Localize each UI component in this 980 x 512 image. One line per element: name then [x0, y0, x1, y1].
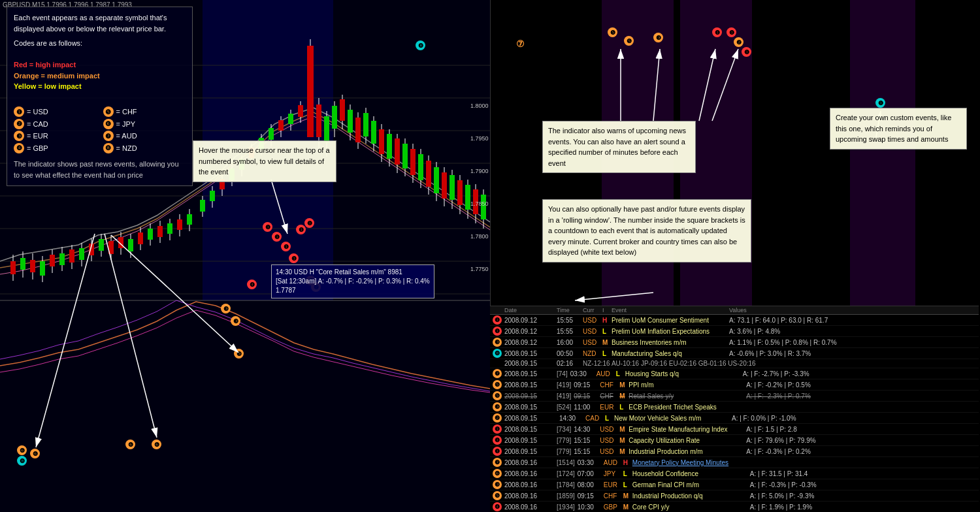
- currency-usd: ❶ = USD: [14, 106, 97, 118]
- chart-sym-1-1090: ❶: [712, 27, 722, 37]
- chart-sym-1-1135: ❶: [742, 47, 751, 57]
- event-row-12[interactable]: ❶ 2008.09.15 [779] 15:15 USD M Capacity …: [490, 435, 979, 446]
- chart-sym-1-466: ❶: [304, 218, 314, 228]
- event-row-4[interactable]: ❽ 2008.09.15 00:50 NZD L Manufacturing S…: [490, 348, 979, 359]
- chart-sym-4-378: ❹: [247, 280, 257, 289]
- svg-rect-43: [167, 223, 172, 234]
- svg-rect-97: [410, 149, 416, 175]
- svg-rect-103: [434, 167, 439, 193]
- event-row-5: 2008.09.15 02:16 NZ-12:16 AU-10:16 JP-09…: [490, 359, 979, 368]
- svg-rect-89: [379, 129, 384, 154]
- chart-sym-8-636: ❽: [416, 40, 425, 50]
- event-row-7[interactable]: ❺ 2008.09.15 [419] 09:15 CHF M PPI m/m A…: [490, 379, 979, 391]
- svg-rect-81: [348, 110, 353, 133]
- svg-rect-33: [118, 237, 123, 248]
- legend-orange: Orange = medium impact: [14, 71, 186, 82]
- svg-rect-87: [371, 121, 376, 144]
- event-row-3[interactable]: ❸ 2008.09.12 16:00 USD M Business Invent…: [490, 337, 979, 348]
- svg-rect-39: [148, 229, 153, 240]
- svg-rect-75: [324, 116, 329, 142]
- warn-callout: The indicator also warns of upcoming new…: [542, 121, 696, 173]
- chart-sym-1-442: ❶: [289, 253, 299, 263]
- event-row-13[interactable]: ❶ 2008.09.15 [779] 15:15 USD M Industria…: [490, 446, 979, 457]
- svg-rect-37: [138, 232, 143, 244]
- currency-jpy: ❻ = JPY: [103, 119, 186, 130]
- chart-sym-8-26: ❽: [17, 456, 27, 466]
- chart-sym-1-430: ❶: [281, 242, 291, 251]
- svg-rect-93: [395, 138, 400, 165]
- svg-rect-67: [288, 114, 293, 124]
- svg-rect-115: [481, 195, 486, 219]
- currency-aud: ❼ = AUD: [103, 131, 186, 142]
- event-row-2[interactable]: ❶ 2008.09.12 15:55 USD L Prelim UoM Infl…: [490, 326, 979, 337]
- svg-rect-23: [69, 249, 74, 263]
- svg-rect-116: [0, 300, 490, 512]
- legend-footer: The indicator shows past news events, al…: [14, 159, 186, 180]
- event-row-11[interactable]: ❶ 2008.09.15 [734] 14:30 USD M Empire St…: [490, 424, 979, 435]
- svg-rect-111: [465, 185, 470, 210]
- svg-rect-107: [449, 175, 455, 200]
- svg-rect-49: [200, 200, 205, 212]
- currency-eur: ❸ = EUR: [14, 131, 97, 142]
- svg-rect-47: [187, 214, 192, 225]
- svg-rect-69: [298, 105, 303, 117]
- event-row-1[interactable]: ❶ 2008.09.12 15:55 USD H Prelim UoM Cons…: [490, 315, 979, 326]
- event-row-15[interactable]: ❻ 2008.09.16 [1724] 07:00 JPY L Househol…: [490, 468, 979, 479]
- chart-sym-6-192: ❻: [125, 440, 135, 449]
- chart-sym-3-338: ❸: [221, 304, 231, 313]
- chart-sym-1-402: ❶: [263, 222, 272, 232]
- chart-sym-1-453: ❶: [296, 225, 306, 234]
- currency-nzd: ❽ = NZD: [103, 143, 186, 154]
- chart-sym-5-930: ❺: [608, 27, 617, 37]
- chart-sym-2-1123: ❷: [734, 37, 743, 47]
- chart-sym-6-46: ❻: [30, 449, 40, 458]
- chart-sym-3-1000: ❸: [653, 33, 663, 42]
- svg-rect-25: [79, 248, 84, 260]
- event-row-6[interactable]: ❼ 2008.09.15 [74] 03:30 AUD L Housing St…: [490, 368, 979, 379]
- svg-rect-35: [128, 239, 133, 251]
- svg-rect-29: [99, 239, 104, 251]
- events-header: Date Time Curr I Event Values: [490, 306, 979, 315]
- event-row-10[interactable]: ❷ 2008.09.15 14:30 CAD L New Motor Vehic…: [490, 413, 979, 424]
- currency-gbp: ❹ = GBP: [14, 143, 97, 154]
- event-row-17[interactable]: ❺ 2008.09.16 [1859] 09:15 CHF M Industri…: [490, 490, 979, 502]
- chart-sym-3-358: ❸: [234, 349, 244, 359]
- svg-rect-95: [402, 144, 408, 168]
- hover-callout: Hover the mouse cursor near the top of a…: [193, 140, 336, 182]
- svg-rect-105: [442, 172, 447, 199]
- chart-sym-5-955: ❺: [624, 36, 634, 46]
- svg-rect-17: [40, 261, 45, 276]
- svg-text:1.7800: 1.7800: [470, 233, 489, 240]
- chart-sym-1-1112: ❶: [727, 27, 736, 37]
- custom-callout: Create your own custom events, like this…: [830, 108, 967, 150]
- currency-cad: ❷ = CAD: [14, 119, 97, 130]
- svg-rect-31: [108, 241, 114, 254]
- svg-rect-83: [355, 118, 361, 142]
- svg-rect-21: [59, 253, 65, 265]
- event-row-14[interactable]: ❼ 2008.09.16 [1514] 03:30 AUD H Monetary…: [490, 457, 979, 468]
- event-row-9[interactable]: ❸ 2008.09.15 [524] 11:00 EUR L ECB Presi…: [490, 402, 979, 413]
- chart-sym-custom-1340: ❶: [875, 98, 885, 108]
- svg-rect-15: [30, 260, 35, 272]
- svg-rect-45: [177, 219, 182, 230]
- event-row-8[interactable]: ❺ 2008.09.15 [419] 09:15 CHF M Retail Sa…: [490, 391, 979, 402]
- event-row-16[interactable]: ❸ 2008.09.16 [1784] 08:00 EUR L German F…: [490, 479, 979, 490]
- legend-red: Red = high impact: [14, 59, 186, 71]
- svg-rect-51: [210, 191, 215, 201]
- svg-rect-41: [157, 226, 163, 237]
- svg-rect-73: [316, 104, 321, 137]
- svg-text:1.8000: 1.8000: [470, 103, 489, 109]
- svg-rect-77: [332, 106, 337, 129]
- legend-codes-label: Codes are as follows:: [14, 38, 186, 49]
- svg-text:1.7850: 1.7850: [470, 200, 489, 207]
- svg-rect-27: [89, 244, 94, 255]
- event-row-18[interactable]: ❹ 2008.09.16 [1934] 10:30 GBP M Core CPI…: [490, 502, 979, 512]
- chart-sym-3-353: ❸: [231, 316, 240, 326]
- chart-sym-6-232: ❻: [152, 440, 161, 449]
- svg-rect-91: [387, 134, 392, 159]
- legend-intro: Each event appears as a separate symbol …: [14, 12, 186, 34]
- chart-sym-1-416: ❶: [272, 232, 282, 242]
- svg-rect-63: [269, 128, 274, 140]
- svg-rect-85: [363, 113, 368, 136]
- legend-box: Each event appears as a separate symbol …: [7, 7, 193, 186]
